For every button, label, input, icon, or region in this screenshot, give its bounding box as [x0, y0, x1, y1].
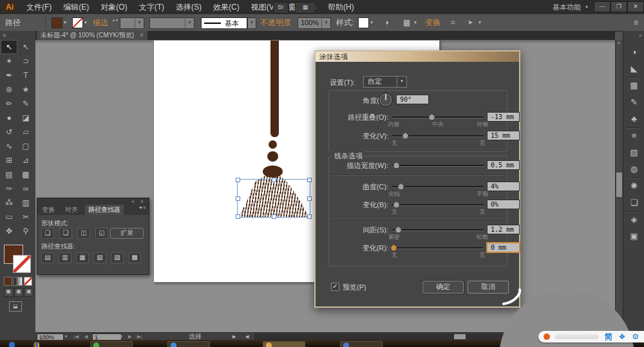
dropdown-caret-icon[interactable]: ▼	[135, 18, 144, 28]
transform-link[interactable]: 变换	[425, 14, 440, 31]
settings-gear-icon[interactable]: ⚙	[632, 332, 639, 341]
brush-caret-box[interactable]: ▼	[247, 17, 256, 29]
stroke-weight-dropdown[interactable]: ▼	[120, 17, 144, 29]
opacity-link[interactable]: 不透明度	[260, 14, 291, 31]
eyedropper-tool[interactable]: ✑	[1, 182, 17, 196]
selection-handle[interactable]	[307, 178, 312, 182]
broom-dot-medium[interactable]	[267, 151, 278, 162]
layers-icon[interactable]: ◈	[623, 211, 644, 228]
width-tool[interactable]: ∿	[1, 139, 17, 153]
scroll-up-icon[interactable]: ▲	[617, 41, 621, 44]
dropdown-caret-icon[interactable]: ▼	[321, 18, 330, 28]
live-paint-selection-tool[interactable]: ▢	[17, 139, 34, 153]
blend-tool[interactable]: ∞	[17, 182, 34, 196]
gradient-tool[interactable]: ▤	[1, 167, 17, 182]
swatches-icon[interactable]: ▦	[623, 77, 644, 94]
selection-bounding-box[interactable]	[237, 179, 310, 218]
menu-item[interactable]: 帮助(H)	[322, 0, 360, 14]
curviness-field[interactable]: 4%	[487, 182, 520, 191]
screen-mode-button[interactable]: ⬓	[9, 301, 22, 312]
pen-tool[interactable]: ✒	[1, 68, 17, 82]
gradient-button[interactable]	[14, 277, 22, 286]
none-button[interactable]	[24, 277, 32, 286]
control-panel-menu-icon[interactable]: ≡	[634, 14, 638, 31]
recolor-artwork-icon[interactable]: ◑	[384, 14, 389, 31]
panel-collapse-icon[interactable]: «	[131, 198, 135, 205]
stroke-caret-icon[interactable]: ▼	[84, 14, 88, 31]
slider-thumb[interactable]	[402, 133, 408, 138]
selection-handle[interactable]	[272, 214, 276, 219]
tab-pathfinder[interactable]: 路径查找器	[85, 205, 124, 215]
panel-menu-icon[interactable]: ▼≡	[138, 205, 146, 210]
graphic-styles-icon[interactable]: ❏	[623, 194, 644, 211]
fill-caret-icon[interactable]: ▼	[63, 14, 67, 31]
star-tool[interactable]: ★	[17, 82, 34, 97]
crop-icon[interactable]: ▧	[93, 252, 106, 263]
lasso-tool[interactable]: ⊃	[17, 54, 34, 68]
slider-thumb[interactable]	[398, 183, 404, 189]
draw-inside-button[interactable]: ▣	[24, 288, 33, 297]
menu-item[interactable]: 编辑(E)	[57, 0, 95, 14]
color-button[interactable]	[4, 277, 12, 286]
minimize-button[interactable]: —	[594, 1, 611, 12]
paintbrush-tool[interactable]: ✏	[1, 97, 17, 111]
stroke-weight-stepper[interactable]: ▲▼	[112, 18, 117, 23]
slice-tool[interactable]: ✂	[17, 210, 34, 224]
minus-front-icon[interactable]: ❏	[59, 228, 72, 239]
stroke-icon[interactable]: ≡	[623, 127, 644, 144]
panel-close-icon[interactable]: ×	[140, 198, 144, 205]
taskbar-button[interactable]	[340, 341, 383, 347]
arrange-documents-icon[interactable]: ▦	[295, 2, 316, 14]
settings-dropdown[interactable]: 自定 ▼	[363, 76, 407, 88]
slider-thumb[interactable]	[393, 162, 399, 168]
vertical-scroll-thumb[interactable]	[616, 173, 622, 197]
stroke-link[interactable]: 描边	[93, 14, 108, 31]
spacing-slider[interactable]	[392, 229, 484, 231]
pencil-tool[interactable]: ✎	[17, 97, 34, 111]
selection-handle[interactable]	[236, 214, 240, 219]
variation-r-field[interactable]: 0 mm	[487, 243, 520, 252]
collapse-tools-icon[interactable]: «	[3, 32, 6, 39]
go-to-bridge-icon[interactable]: Br	[273, 2, 289, 14]
tab-close-icon[interactable]: ×	[140, 32, 144, 39]
document-tab[interactable]: 未标题-4* @ 100% (CMYK/预览) ×	[37, 31, 147, 40]
selection-tool[interactable]: ↖	[1, 40, 17, 54]
selection-handle[interactable]	[272, 178, 276, 182]
broom-dot-small[interactable]	[269, 140, 277, 149]
artboard-tool[interactable]: ▭	[1, 210, 17, 224]
outline-icon[interactable]: ▨	[111, 252, 124, 263]
selection-handle[interactable]	[307, 214, 312, 219]
artboards-icon[interactable]: ▣	[623, 228, 644, 245]
symbols-icon[interactable]: ♣	[623, 111, 644, 127]
slider-thumb[interactable]	[395, 227, 401, 232]
broom-handle-shape[interactable]	[270, 41, 279, 137]
mesh-tool[interactable]: ⊞	[1, 153, 17, 167]
restore-button[interactable]: ❐	[611, 1, 627, 12]
minus-back-icon[interactable]: ▩	[128, 252, 141, 263]
ok-button[interactable]: 确定	[422, 281, 464, 294]
align-caret-icon[interactable]: ▼	[413, 14, 417, 31]
taskbar-button-active[interactable]	[263, 341, 305, 347]
dropdown-caret-icon[interactable]: ▼	[248, 18, 256, 28]
slider-thumb[interactable]	[393, 202, 399, 207]
variation-b-slider[interactable]	[392, 204, 484, 206]
trim-icon[interactable]: ▥	[59, 252, 71, 263]
style-caret-icon[interactable]: ▼	[370, 14, 374, 31]
brush-definition-box[interactable]: 基本	[201, 17, 247, 29]
close-button[interactable]: ✕	[627, 1, 644, 12]
rotate-tool[interactable]: ↺	[1, 125, 17, 139]
menu-item[interactable]: 对象(O)	[95, 0, 133, 14]
polar-grid-tool[interactable]: ⊛	[1, 82, 17, 97]
overlap-slider[interactable]	[392, 117, 484, 118]
menu-item[interactable]: 效果(C)	[207, 0, 245, 14]
variation-r-slider[interactable]	[392, 247, 484, 249]
workspace-switcher[interactable]: 基本功能	[553, 0, 581, 14]
magic-wand-tool[interactable]: ✶	[1, 54, 17, 68]
draw-behind-button[interactable]: ▣	[14, 288, 24, 297]
zoom-tool[interactable]: ⚲	[17, 224, 34, 238]
horizontal-scroll-thumb[interactable]	[454, 334, 466, 339]
spacing-field[interactable]: 1.2 mm	[487, 225, 520, 234]
variation-b-field[interactable]: 0%	[487, 200, 520, 209]
brushes-icon[interactable]: ✎	[623, 94, 644, 111]
perspective-grid-tool[interactable]: ⊿	[17, 153, 34, 167]
